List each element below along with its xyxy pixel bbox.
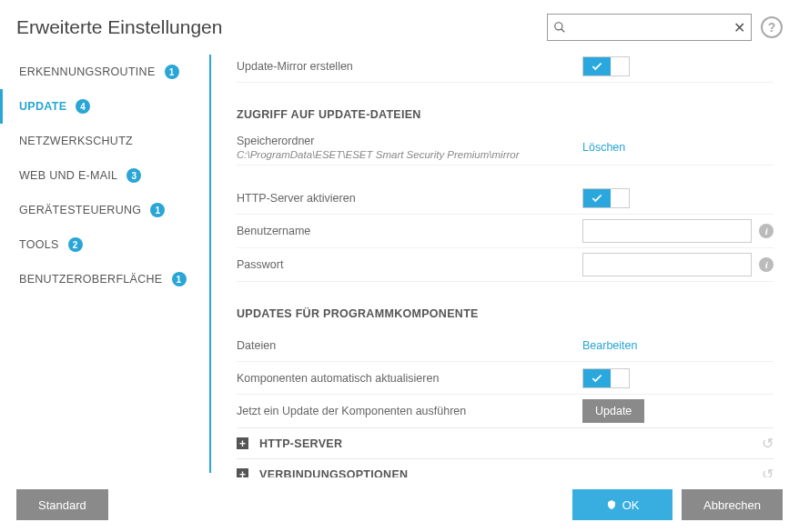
- search-input[interactable]: [566, 21, 733, 35]
- http-server-enable-label: HTTP-Server aktivieren: [237, 192, 582, 205]
- update-now-label: Jetzt ein Update der Komponenten ausführ…: [237, 405, 582, 417]
- sidebar-item-label: GERÄTESTEUERUNG: [19, 204, 141, 216]
- cancel-button[interactable]: Abbrechen: [682, 489, 783, 520]
- create-mirror-label: Update-Mirror erstellen: [237, 60, 582, 73]
- sidebar-badge: 2: [68, 237, 83, 252]
- revert-icon[interactable]: ↺: [762, 435, 774, 452]
- sidebar-item-label: UPDATE: [19, 100, 66, 113]
- sidebar-item-label: BENUTZEROBERFLÄCHE: [19, 273, 163, 286]
- section-access-title: ZUGRIFF AUF UPDATE-DATEIEN: [237, 83, 774, 130]
- shield-icon: [606, 499, 617, 510]
- password-input[interactable]: [582, 253, 752, 276]
- delete-storage-link[interactable]: Löschen: [582, 141, 625, 154]
- create-mirror-toggle[interactable]: [582, 56, 630, 76]
- username-label: Benutzername: [237, 225, 582, 237]
- http-server-enable-toggle[interactable]: [582, 188, 630, 208]
- accordion-label: HTTP-SERVER: [259, 437, 751, 450]
- sidebar-badge: 4: [76, 99, 90, 114]
- accordion-label: VERBINDUNGSOPTIONEN: [259, 468, 751, 478]
- sidebar-badge: 1: [172, 272, 187, 286]
- accordion-http-server[interactable]: HTTP-SERVER↺: [237, 427, 774, 458]
- expand-icon: [237, 437, 248, 449]
- edit-files-link[interactable]: Bearbeiten: [582, 339, 637, 352]
- username-input[interactable]: [582, 219, 752, 243]
- auto-update-toggle[interactable]: [582, 368, 630, 388]
- svg-point-0: [555, 23, 562, 30]
- expand-icon: [237, 468, 248, 477]
- sidebar-item-tools[interactable]: TOOLS2: [0, 227, 209, 262]
- sidebar-item-netzwerkschutz[interactable]: NETZWERKSCHUTZ: [0, 124, 209, 158]
- auto-update-label: Komponenten automatisch aktualisieren: [237, 372, 582, 385]
- sidebar-item-label: NETZWERKSCHUTZ: [19, 135, 133, 147]
- info-icon[interactable]: i: [759, 257, 774, 272]
- section-components-title: UPDATES FÜR PROGRAMMKOMPONENTE: [237, 282, 774, 329]
- info-icon[interactable]: i: [759, 224, 774, 238]
- storage-folder-path: C:\ProgramData\ESET\ESET Smart Security …: [237, 149, 582, 160]
- sidebar-item-update[interactable]: UPDATE4: [0, 89, 209, 124]
- search-icon: [553, 21, 566, 34]
- revert-icon[interactable]: ↺: [762, 466, 774, 477]
- sidebar-item-benutzeroberfläche[interactable]: BENUTZEROBERFLÄCHE1: [0, 262, 209, 296]
- sidebar: ERKENNUNGSROUTINE1UPDATE4NETZWERKSCHUTZW…: [0, 50, 209, 477]
- search-box[interactable]: ✕: [547, 14, 752, 41]
- sidebar-badge: 1: [150, 203, 165, 217]
- sidebar-item-erkennungsroutine[interactable]: ERKENNUNGSROUTINE1: [0, 55, 209, 89]
- password-label: Passwort: [237, 258, 582, 271]
- sidebar-badge: 1: [165, 65, 179, 79]
- accordion-verbindungsoptionen[interactable]: VERBINDUNGSOPTIONEN↺: [237, 458, 774, 477]
- sidebar-item-label: ERKENNUNGSROUTINE: [19, 65, 156, 78]
- ok-button[interactable]: OK: [572, 489, 673, 520]
- svg-line-1: [561, 29, 565, 33]
- help-icon[interactable]: ?: [761, 16, 783, 38]
- default-button[interactable]: Standard: [16, 489, 108, 520]
- sidebar-item-label: TOOLS: [19, 238, 59, 251]
- page-title: Erweiterte Einstellungen: [16, 16, 222, 38]
- sidebar-badge: 3: [126, 168, 141, 183]
- update-now-button[interactable]: Update: [582, 399, 644, 423]
- files-label: Dateien: [237, 339, 582, 352]
- sidebar-item-web-und-e-mail[interactable]: WEB UND E-MAIL3: [0, 158, 209, 193]
- content-panel: Update-Mirror erstellen ZUGRIFF AUF UPDA…: [211, 50, 799, 477]
- storage-folder-label: Speicherordner: [237, 135, 582, 147]
- sidebar-item-gerätesteuerung[interactable]: GERÄTESTEUERUNG1: [0, 193, 209, 227]
- clear-search-icon[interactable]: ✕: [733, 19, 745, 36]
- sidebar-item-label: WEB UND E-MAIL: [19, 169, 117, 182]
